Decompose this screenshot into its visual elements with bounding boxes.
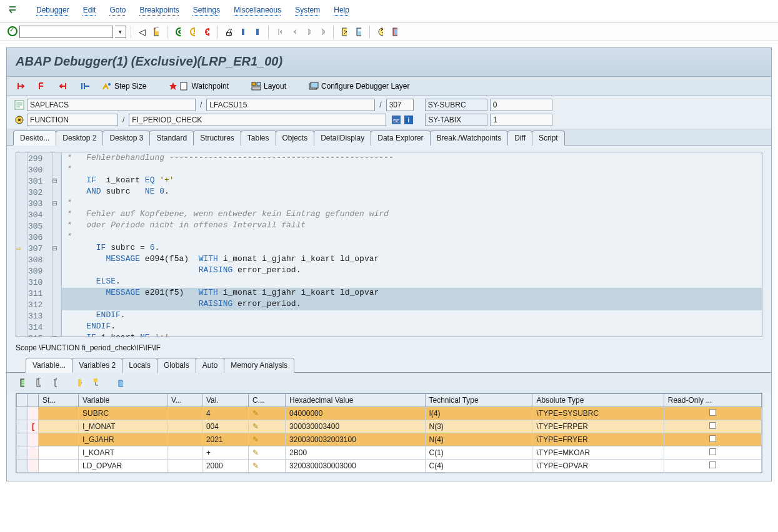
- context-row-1: SAPLFACS / LFACSU15 / 307 SY-SUBRC 0: [7, 96, 771, 112]
- menu-breakpoints[interactable]: Breakpoints: [139, 6, 179, 14]
- nav-back-icon[interactable]: [172, 26, 184, 38]
- back-icon[interactable]: ◁: [136, 26, 148, 38]
- find-next-icon[interactable]: [251, 26, 264, 38]
- col-st-[interactable]: St...: [39, 394, 79, 407]
- nav-cancel-icon[interactable]: [201, 26, 213, 38]
- svg-text:?: ?: [381, 29, 383, 36]
- readonly-checkbox[interactable]: [709, 422, 716, 429]
- var-row-i_koart[interactable]: I_KOART+✎2B00C(1)\TYPE=MKOAR: [17, 446, 762, 460]
- var-sort-icon[interactable]: [73, 377, 86, 389]
- tab-objects[interactable]: Objects: [276, 131, 315, 145]
- pencil-icon[interactable]: ✎: [252, 422, 259, 431]
- menu-miscellaneous[interactable]: Miscellaneous: [234, 6, 281, 14]
- vartab-locals[interactable]: Locals: [122, 358, 157, 373]
- include-field[interactable]: LFACSU15: [206, 99, 375, 111]
- tab-desktop-3[interactable]: Desktop 3: [102, 131, 150, 145]
- tab-data-explorer[interactable]: Data Explorer: [371, 131, 430, 145]
- customize-icon[interactable]: [389, 26, 401, 38]
- col-c-[interactable]: C...: [248, 394, 285, 407]
- tab-structures[interactable]: Structures: [193, 131, 241, 145]
- breakpoint-gutter[interactable]: ⇨: [16, 152, 28, 337]
- col-absolute-type[interactable]: Absolute Type: [532, 394, 664, 407]
- col-read-only-[interactable]: Read-Only ...: [664, 394, 761, 407]
- tab-script[interactable]: Script: [532, 131, 565, 145]
- program-field[interactable]: SAPLFACS: [27, 99, 196, 111]
- vartab-auto[interactable]: Auto: [196, 358, 225, 373]
- tab-break-watchpoints[interactable]: Break./Watchpoints: [430, 131, 509, 145]
- var-copy-icon[interactable]: [32, 377, 44, 389]
- save-icon[interactable]: [150, 26, 162, 38]
- col-v-[interactable]: V...: [167, 394, 202, 407]
- vartab-globals[interactable]: Globals: [157, 358, 196, 373]
- readonly-checkbox[interactable]: [709, 435, 716, 442]
- tab-deskto-[interactable]: Deskto...: [13, 131, 56, 145]
- pencil-icon[interactable]: ✎: [252, 409, 259, 418]
- readonly-checkbox[interactable]: [709, 461, 716, 468]
- var-row-subrc[interactable]: SUBRC4✎04000000I(4)\TYPE=SYSUBRC: [17, 407, 762, 420]
- step-into-icon[interactable]: [13, 81, 31, 92]
- layout-2-icon[interactable]: [352, 26, 365, 38]
- pencil-icon[interactable]: ✎: [252, 461, 259, 470]
- tab-diff[interactable]: Diff: [507, 131, 532, 145]
- step-size-button[interactable]: Step Size: [98, 81, 150, 92]
- var-row-ld_opvar[interactable]: LD_OPVAR2000✎3200300030003000C(4)\TYPE=O…: [17, 460, 762, 473]
- abap-icon[interactable]: SE: [391, 115, 401, 125]
- watchpoint-button[interactable]: Watchpoint: [165, 81, 232, 92]
- sy-subrc-value: 0: [490, 99, 552, 111]
- svg-rect-18: [181, 82, 187, 90]
- layout-button[interactable]: Layout: [247, 81, 290, 92]
- step-over-icon[interactable]: [34, 81, 52, 92]
- var-folder-icon[interactable]: [114, 377, 127, 389]
- col-val-[interactable]: Val.: [202, 394, 248, 407]
- readonly-checkbox[interactable]: [709, 448, 716, 455]
- code-body[interactable]: * Fehlerbehandlung ---------------------…: [62, 152, 762, 337]
- continue-icon[interactable]: [77, 81, 94, 92]
- vartab-variables-2[interactable]: Variables 2: [72, 358, 122, 373]
- menu-help[interactable]: Help: [334, 6, 349, 14]
- enter-icon[interactable]: [7, 26, 17, 38]
- var-row-i_monat[interactable]: [I_MONAT004✎300030003400N(3)\TYPE=FRPER: [17, 420, 762, 433]
- pencil-icon[interactable]: ✎: [252, 448, 259, 457]
- command-dropdown[interactable]: ▾: [115, 26, 126, 38]
- line-field[interactable]: 307: [386, 99, 414, 111]
- var-tree-icon[interactable]: [89, 377, 102, 389]
- vartab-variable-[interactable]: Variable...: [26, 358, 72, 373]
- svg-rect-19: [252, 82, 256, 86]
- fold-gutter[interactable]: ⊟⊟⊟⊟: [52, 152, 62, 337]
- last-page-icon[interactable]: [316, 26, 329, 38]
- nav-exit-icon[interactable]: [186, 26, 199, 38]
- info-icon[interactable]: i: [404, 115, 414, 125]
- menu-system[interactable]: System: [295, 6, 320, 14]
- step-out-icon[interactable]: [56, 81, 73, 92]
- pencil-icon[interactable]: ✎: [252, 435, 259, 444]
- var-add-icon[interactable]: [16, 377, 28, 389]
- event-name-field[interactable]: FI_PERIOD_CHECK: [129, 114, 386, 126]
- configure-layer-button[interactable]: Configure Debugger Layer: [305, 81, 413, 92]
- source-editor: ⇨ 29930030130230330430530630730830931031…: [16, 152, 762, 337]
- prev-page-icon[interactable]: [287, 26, 300, 38]
- command-field[interactable]: [19, 26, 113, 38]
- var-delete-icon[interactable]: [48, 377, 61, 389]
- tab-tables[interactable]: Tables: [241, 131, 276, 145]
- app-menu-icon[interactable]: [7, 5, 19, 15]
- next-page-icon[interactable]: [302, 26, 314, 38]
- readonly-checkbox[interactable]: [709, 409, 716, 416]
- menu-settings[interactable]: Settings: [193, 6, 220, 14]
- col-variable[interactable]: Variable: [79, 394, 167, 407]
- menu-edit[interactable]: Edit: [83, 6, 96, 14]
- var-row-i_gjahr[interactable]: I_GJAHR2021✎3200300032003100N(4)\TYPE=FR…: [17, 433, 762, 446]
- print-icon[interactable]: 🖨: [222, 26, 235, 38]
- tab-detaildisplay[interactable]: DetailDisplay: [314, 131, 371, 145]
- layout-1-icon[interactable]: [338, 26, 351, 38]
- menu-goto[interactable]: Goto: [109, 6, 126, 14]
- find-icon[interactable]: [237, 26, 249, 38]
- col-hexadecimal-value[interactable]: Hexadecimal Value: [286, 394, 425, 407]
- first-page-icon[interactable]: [273, 26, 286, 38]
- tab-standard[interactable]: Standard: [149, 131, 194, 145]
- menu-debugger[interactable]: Debugger: [36, 6, 69, 14]
- event-type-field[interactable]: FUNCTION: [27, 114, 118, 126]
- tab-desktop-2[interactable]: Desktop 2: [56, 131, 103, 145]
- help-icon[interactable]: ?: [374, 26, 387, 38]
- vartab-memory-analysis[interactable]: Memory Analysis: [224, 358, 294, 373]
- col-technical-type[interactable]: Technical Type: [425, 394, 532, 407]
